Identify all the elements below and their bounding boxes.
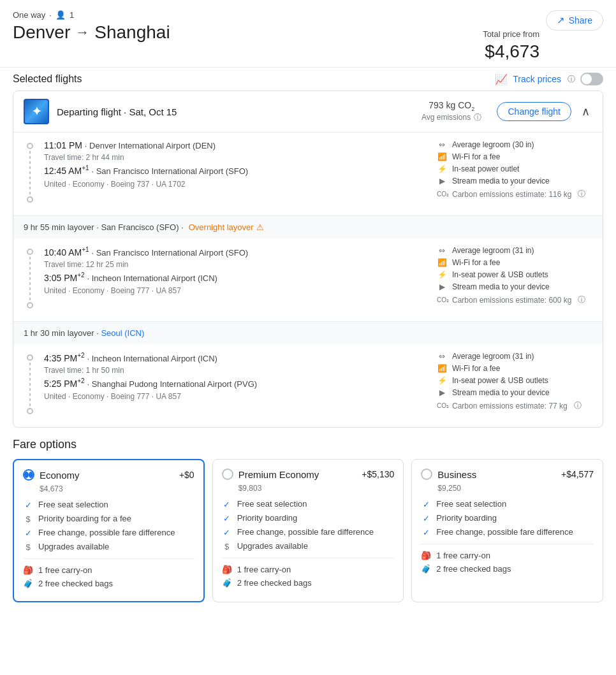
segment-2: 10:40 AM+1 · San Francisco International… — [24, 238, 592, 316]
premium-economy-radio[interactable] — [222, 468, 233, 480]
economy-divider — [23, 558, 194, 559]
seg1-flight-detail: United · Economy · Boeing 737 · UA 1702 — [44, 180, 427, 189]
economy-header: Economy +$0 — [23, 469, 194, 481]
co2-icon-2: CO₂ — [437, 296, 447, 303]
trip-type: One way — [13, 10, 45, 20]
check-icon-b3: ✓ — [421, 528, 431, 537]
seg2-departure-airport: San Francisco International Airport (SFO… — [96, 248, 248, 258]
premium-economy-base-price: $9,803 — [238, 484, 395, 493]
seg3-arrival-time: 5:25 PM+2 · Shanghai Pudong Internationa… — [44, 377, 427, 389]
economy-radio[interactable] — [23, 469, 34, 481]
collapse-button[interactable]: ∧ — [579, 102, 592, 121]
stream-icon-2: ▶ — [437, 282, 447, 291]
track-prices-group[interactable]: 📈 Track prices ⓘ — [495, 73, 603, 85]
co2-info-icon-2[interactable]: ⓘ — [578, 294, 585, 305]
price-info: Total price from $4,673 — [483, 29, 539, 62]
layover-1: 9 hr 55 min layover · San Francisco (SFO… — [13, 215, 603, 238]
arrow-icon: → — [75, 24, 89, 41]
business-radio[interactable] — [421, 468, 432, 480]
premium-economy-divider — [222, 558, 395, 558]
legroom-icon-2: ⇔ — [437, 246, 447, 255]
seg1-departure-time: 11:01 PM · Denver International Airport … — [44, 140, 427, 150]
airline-logo: ✦ — [24, 99, 49, 124]
seg1-arrival-airport: San Francisco International Airport (SFO… — [96, 166, 248, 176]
trip-info: One way · 👤 1 Denver → Shanghai — [13, 10, 170, 43]
timeline-3 — [24, 352, 36, 414]
seg3-amenity-wifi: 📶 Wi-Fi for a fee — [437, 364, 592, 373]
seg2-travel-time: Travel time: 12 hr 25 min — [44, 260, 427, 269]
check-icon: ✓ — [23, 500, 33, 510]
timeline-2 — [24, 246, 36, 308]
prem-feat-3: ✓ Free change, possible fare difference — [222, 527, 395, 537]
economy-base-price: $4,673 — [40, 484, 194, 493]
check-icon-p1: ✓ — [222, 500, 232, 509]
seg3-departure-time: 4:35 PM+2 · Incheon International Airpor… — [44, 352, 427, 363]
destination-city: Shanghai — [94, 22, 170, 43]
track-prices-label[interactable]: Track prices — [513, 74, 561, 84]
power-icon-3: ⚡ — [437, 376, 447, 385]
seg1-amenities: ⇔ Average legroom (30 in) 📶 Wi-Fi for a … — [427, 140, 592, 203]
co2-info-icon-3[interactable]: ⓘ — [574, 400, 582, 411]
seg2-amenities: ⇔ Average legroom (31 in) 📶 Wi-Fi for a … — [427, 246, 592, 308]
seg1-travel-time: Travel time: 2 hr 44 min — [44, 153, 427, 162]
fare-card-premium-economy[interactable]: Premium Economy +$5,130 $9,803 ✓ Free se… — [212, 459, 404, 602]
fare-card-economy[interactable]: Economy +$0 $4,673 ✓ Free seat selection… — [13, 459, 205, 602]
seg3-amenity-power: ⚡ In-seat power & USB outlets — [437, 376, 592, 385]
emissions-value: 793 kg CO — [429, 100, 471, 110]
flight-card-header: ✦ Departing flight · Sat, Oct 15 793 kg … — [13, 91, 603, 133]
seg3-amenity-co2: CO₂ Carbon emissions estimate: 77 kg ⓘ — [437, 400, 592, 411]
check-icon-p3: ✓ — [222, 528, 232, 537]
co2-icon-3: CO₂ — [437, 402, 447, 409]
amenity-power: ⚡ In-seat power outlet — [437, 164, 592, 173]
economy-feat-3: ✓ Free change, possible fare difference — [23, 528, 194, 538]
co2-info-icon[interactable]: ⓘ — [578, 189, 585, 200]
dollar-icon: $ — [23, 514, 33, 524]
seg2-amenity-power: ⚡ In-seat power & USB outlets — [437, 270, 592, 279]
prem-feat-1: ✓ Free seat selection — [222, 499, 395, 509]
layover-2: 1 hr 30 min layover · Seoul (ICN) — [13, 321, 603, 344]
business-divider — [421, 544, 594, 544]
trip-title: Denver → Shanghai — [13, 22, 170, 43]
segment-1-info: 11:01 PM · Denver International Airport … — [44, 140, 427, 203]
overnight-text: Overnight layover — [189, 222, 254, 232]
trend-icon: 📈 — [495, 73, 508, 85]
economy-price-diff: +$0 — [179, 470, 194, 480]
biz-feat-1: ✓ Free seat selection — [421, 499, 594, 509]
segment-3-info: 4:35 PM+2 · Incheon International Airpor… — [44, 352, 427, 414]
wifi-icon: 📶 — [437, 152, 447, 161]
fare-card-business[interactable]: Business +$4,577 $9,250 ✓ Free seat sele… — [411, 459, 603, 602]
co2-icon: CO₂ — [437, 191, 447, 198]
seg2-arrival-airport: Incheon International Airport (ICN) — [92, 273, 217, 282]
seg3-departure-airport: Incheon International Airport (ICN) — [92, 354, 217, 363]
economy-features: ✓ Free seat selection $ Priority boardin… — [23, 500, 194, 552]
track-prices-toggle[interactable] — [580, 73, 603, 85]
emissions-info: 793 kg CO2 Avg emissions ⓘ — [422, 100, 482, 123]
prem-bag-1: 🎒 1 free carry-on — [222, 565, 395, 574]
checked-bag-icon: 🧳 — [23, 579, 33, 588]
segment-1: 11:01 PM · Denver International Airport … — [24, 133, 592, 210]
carry-on-icon-b: 🎒 — [421, 551, 431, 560]
biz-bag-2: 🧳 2 free checked bags — [421, 564, 594, 574]
segment-2-info: 10:40 AM+1 · San Francisco International… — [44, 246, 427, 308]
info-icon[interactable]: ⓘ — [568, 74, 575, 85]
passenger-count: 1 — [70, 10, 74, 20]
departing-label: Departing flight · Sat, Oct 15 — [57, 106, 422, 117]
amenity-wifi: 📶 Wi-Fi for a fee — [437, 152, 592, 161]
seg3-wrapper: 4:35 PM+2 · Incheon International Airpor… — [13, 344, 603, 427]
section-title: Selected flights — [13, 73, 82, 85]
seg2-amenity-co2: CO₂ Carbon emissions estimate: 600 kg ⓘ — [437, 294, 592, 305]
checked-bag-icon-p: 🧳 — [222, 578, 232, 588]
check-icon-b1: ✓ — [421, 500, 431, 509]
segment-3: 4:35 PM+2 · Incheon International Airpor… — [24, 344, 592, 422]
overnight-badge: Overnight layover ⚠ — [189, 222, 264, 232]
emissions-info-icon[interactable]: ⓘ — [474, 113, 481, 122]
change-flight-button[interactable]: Change flight — [497, 102, 571, 121]
carry-on-icon-p: 🎒 — [222, 565, 232, 574]
seoul-link[interactable]: Seoul (ICN) — [101, 328, 144, 338]
economy-bag-1: 🎒 1 free carry-on — [23, 565, 194, 575]
seg2-amenity-legroom: ⇔ Average legroom (31 in) — [437, 246, 592, 255]
stream-icon: ▶ — [437, 177, 447, 185]
page-header: One way · 👤 1 Denver → Shanghai Total pr… — [0, 0, 616, 67]
biz-feat-3: ✓ Free change, possible fare difference — [421, 527, 594, 537]
seg2-amenity-stream: ▶ Stream media to your device — [437, 282, 592, 291]
